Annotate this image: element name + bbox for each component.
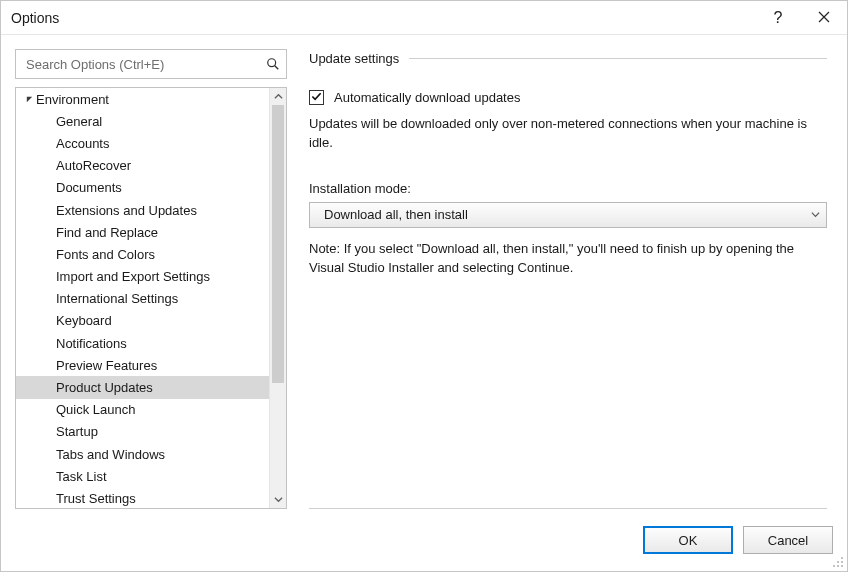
tree-node-accounts[interactable]: Accounts [16, 132, 269, 154]
tree-node-tabs-and-windows[interactable]: Tabs and Windows [16, 443, 269, 465]
help-button[interactable]: ? [755, 1, 801, 35]
install-mode-select[interactable]: Download all, then install [309, 202, 827, 228]
tree-node-label: General [56, 114, 102, 129]
tree-node-quick-launch[interactable]: Quick Launch [16, 399, 269, 421]
tree-node-label: Keyboard [56, 313, 112, 328]
tree-node-keyboard[interactable]: Keyboard [16, 310, 269, 332]
search-box[interactable] [15, 49, 287, 79]
section-title: Update settings [309, 51, 399, 66]
window-title: Options [11, 10, 755, 26]
scroll-down-button[interactable] [270, 491, 286, 508]
ok-label: OK [679, 533, 698, 548]
cancel-button[interactable]: Cancel [743, 526, 833, 554]
options-tree: EnvironmentGeneralAccountsAutoRecoverDoc… [15, 87, 287, 509]
tree-node-label: AutoRecover [56, 158, 131, 173]
tree-node-label: Import and Export Settings [56, 269, 210, 284]
chevron-down-icon [811, 207, 820, 222]
tree-root-label: Environment [36, 92, 109, 107]
svg-point-7 [841, 565, 843, 567]
auto-download-checkbox[interactable] [309, 90, 324, 105]
search-input[interactable] [24, 56, 266, 73]
scroll-track[interactable] [270, 105, 286, 491]
tree-node-fonts-and-colors[interactable]: Fonts and Colors [16, 243, 269, 265]
section-header: Update settings [309, 51, 827, 66]
tree-node-trust-settings[interactable]: Trust Settings [16, 487, 269, 508]
help-icon: ? [774, 9, 783, 27]
tree-node-label: Documents [56, 180, 122, 195]
tree-node-label: Find and Replace [56, 225, 158, 240]
close-icon [818, 10, 830, 26]
titlebar: Options ? [1, 1, 847, 35]
svg-point-4 [841, 561, 843, 563]
tree-node-general[interactable]: General [16, 110, 269, 132]
tree-node-label: Startup [56, 424, 98, 439]
auto-download-label: Automatically download updates [334, 90, 520, 105]
tree-node-label: Tabs and Windows [56, 447, 165, 462]
tree-node-environment[interactable]: Environment [16, 88, 269, 110]
search-icon [266, 57, 280, 71]
tree-node-product-updates[interactable]: Product Updates [16, 376, 269, 398]
tree-node-notifications[interactable]: Notifications [16, 332, 269, 354]
svg-point-3 [837, 561, 839, 563]
tree-node-label: Trust Settings [56, 491, 136, 506]
tree-node-label: Extensions and Updates [56, 203, 197, 218]
tree-node-label: Product Updates [56, 380, 153, 395]
tree-node-import-and-export-settings[interactable]: Import and Export Settings [16, 266, 269, 288]
svg-line-1 [275, 66, 279, 70]
cancel-label: Cancel [768, 533, 808, 548]
install-mode-label: Installation mode: [309, 181, 827, 196]
install-mode-note: Note: If you select "Download all, then … [309, 240, 827, 278]
tree-node-task-list[interactable]: Task List [16, 465, 269, 487]
section-rule [409, 58, 827, 59]
dialog-footer: OK Cancel [1, 509, 847, 571]
tree-node-international-settings[interactable]: International Settings [16, 288, 269, 310]
install-mode-value: Download all, then install [324, 207, 811, 222]
collapse-icon [22, 95, 36, 104]
ok-button[interactable]: OK [643, 526, 733, 554]
tree-node-extensions-and-updates[interactable]: Extensions and Updates [16, 199, 269, 221]
tree-node-documents[interactable]: Documents [16, 177, 269, 199]
tree-node-label: Quick Launch [56, 402, 136, 417]
tree-node-label: Notifications [56, 336, 127, 351]
tree-node-label: Accounts [56, 136, 109, 151]
tree-node-label: Task List [56, 469, 107, 484]
close-button[interactable] [801, 1, 847, 35]
svg-point-0 [268, 59, 276, 67]
tree-node-label: International Settings [56, 291, 178, 306]
svg-point-2 [841, 557, 843, 559]
tree-node-label: Preview Features [56, 358, 157, 373]
resize-grip-icon[interactable] [830, 554, 844, 568]
tree-node-label: Fonts and Colors [56, 247, 155, 262]
options-dialog: Options ? EnvironmentGeneralAccountsAuto… [0, 0, 848, 572]
tree-node-preview-features[interactable]: Preview Features [16, 354, 269, 376]
tree-node-find-and-replace[interactable]: Find and Replace [16, 221, 269, 243]
tree-node-autorecover[interactable]: AutoRecover [16, 155, 269, 177]
check-icon [311, 90, 322, 105]
tree-scrollbar[interactable] [269, 88, 286, 508]
svg-point-6 [837, 565, 839, 567]
tree-node-startup[interactable]: Startup [16, 421, 269, 443]
auto-download-description: Updates will be downloaded only over non… [309, 115, 827, 153]
svg-point-5 [833, 565, 835, 567]
scroll-up-button[interactable] [270, 88, 286, 105]
scroll-thumb[interactable] [272, 105, 284, 383]
